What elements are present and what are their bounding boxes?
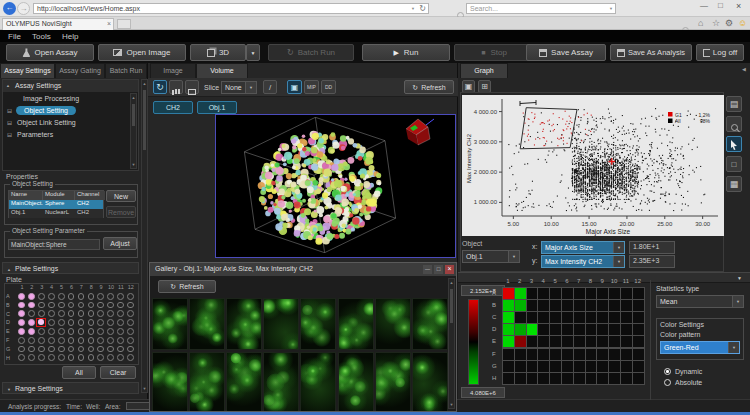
- plate-well[interactable]: [18, 328, 25, 335]
- plate-well[interactable]: [28, 354, 35, 361]
- plate-well[interactable]: [18, 293, 25, 300]
- feedback-smiley-icon[interactable]: ☺: [738, 18, 747, 28]
- save-as-analysis-button[interactable]: Save As Analysis: [610, 44, 692, 61]
- plate-clear-button[interactable]: Clear: [100, 366, 136, 379]
- plate-well[interactable]: [68, 293, 75, 300]
- graph-pointer-button[interactable]: [726, 136, 742, 152]
- col-header-module[interactable]: Module: [43, 191, 75, 200]
- gallery-thumbnail[interactable]: [412, 298, 448, 350]
- graph-zoom-button[interactable]: [726, 116, 742, 132]
- plate-settings-header[interactable]: ▲Plate Settings: [2, 262, 139, 274]
- forward-button[interactable]: →: [17, 2, 30, 15]
- statistics-type-dropdown[interactable]: Mean▼: [656, 295, 744, 308]
- graph-grid-gate-button[interactable]: ▦: [726, 176, 742, 192]
- panel-scroll-left-icon[interactable]: ◀: [742, 66, 746, 72]
- plate-well[interactable]: [18, 354, 25, 361]
- plate-well[interactable]: [58, 293, 65, 300]
- plate-well[interactable]: [97, 328, 104, 335]
- plate-well[interactable]: [88, 346, 95, 353]
- plate-well[interactable]: [78, 354, 85, 361]
- table-row[interactable]: Obj.1 NuclearL CH2: [9, 209, 103, 218]
- plate-well[interactable]: [58, 310, 65, 317]
- plate-well[interactable]: [58, 302, 65, 309]
- gallery-thumbnail[interactable]: [189, 352, 225, 412]
- tree-node-icon[interactable]: ⊟: [7, 131, 12, 138]
- gallery-thumbnails[interactable]: [152, 298, 448, 411]
- remove-object-button[interactable]: Remove: [106, 206, 136, 218]
- gallery-thumbnail[interactable]: [300, 352, 336, 412]
- parameter-value-field[interactable]: MainObject:Sphere: [8, 239, 100, 250]
- gallery-scrollbar[interactable]: ▲ ▼: [448, 278, 455, 409]
- tab-image[interactable]: Image: [150, 63, 196, 78]
- plate-well[interactable]: [127, 302, 134, 309]
- log-off-button[interactable]: Log off: [696, 44, 744, 61]
- range-settings-header[interactable]: ▼Range Settings: [2, 382, 139, 394]
- adjust-button[interactable]: Adjust: [103, 237, 137, 250]
- plate-map[interactable]: 123456789101112ABCDEFGH: [4, 283, 139, 365]
- plate-well[interactable]: [38, 337, 45, 344]
- plate-well[interactable]: [48, 302, 55, 309]
- plate-well[interactable]: [18, 346, 25, 353]
- plate-well[interactable]: [38, 293, 45, 300]
- absolute-radio[interactable]: [664, 379, 671, 386]
- plate-well[interactable]: [38, 302, 45, 309]
- address-bar[interactable]: http://localhost/Views/Home.aspx ▼ ↻: [33, 3, 429, 14]
- volume-3d-view[interactable]: [215, 114, 456, 258]
- pan-hand-tool-button[interactable]: [169, 80, 183, 94]
- plate-well[interactable]: [18, 310, 25, 317]
- menu-tools[interactable]: Tools: [32, 32, 51, 41]
- plate-well[interactable]: [88, 328, 95, 335]
- save-assay-button[interactable]: Save Assay: [526, 44, 606, 61]
- new-object-button[interactable]: New: [106, 190, 136, 202]
- plate-well[interactable]: [78, 346, 85, 353]
- plate-well[interactable]: [48, 328, 55, 335]
- plate-well[interactable]: [18, 337, 25, 344]
- plate-well[interactable]: [68, 337, 75, 344]
- gallery-thumbnail[interactable]: [152, 352, 188, 412]
- plate-well[interactable]: [38, 354, 45, 361]
- plate-well[interactable]: [88, 319, 95, 326]
- gallery-thumbnail[interactable]: [375, 352, 411, 412]
- plate-well[interactable]: [48, 337, 55, 344]
- home-icon[interactable]: ⌂: [698, 18, 703, 28]
- settings-gear-icon[interactable]: ⚙: [725, 18, 733, 28]
- slice-dropdown[interactable]: None▼: [221, 81, 257, 94]
- tree-item-object-link-setting[interactable]: Object Link Setting: [17, 119, 76, 126]
- plate-well[interactable]: [107, 328, 114, 335]
- scroll-down-icon[interactable]: ▼: [449, 402, 454, 407]
- plate-well[interactable]: [28, 346, 35, 353]
- plate-well[interactable]: [68, 319, 75, 326]
- gallery-titlebar[interactable]: Gallery - Obj.1: Major Axis Size, Max In…: [150, 263, 456, 276]
- plate-well[interactable]: [58, 328, 65, 335]
- plate-well[interactable]: [127, 354, 134, 361]
- plate-well[interactable]: [48, 346, 55, 353]
- gallery-maximize-button[interactable]: □: [434, 265, 443, 274]
- scroll-up-icon[interactable]: ▲: [142, 81, 147, 86]
- plate-well[interactable]: [78, 310, 85, 317]
- plate-well[interactable]: [127, 346, 134, 353]
- gallery-thumbnail[interactable]: [300, 298, 336, 350]
- gallery-thumbnail[interactable]: [375, 298, 411, 350]
- gallery-thumbnail[interactable]: [189, 298, 225, 350]
- new-tab-button[interactable]: [117, 19, 131, 29]
- plate-well[interactable]: [78, 328, 85, 335]
- scroll-thumb[interactable]: [132, 104, 135, 126]
- window-close-button[interactable]: ×: [736, 1, 741, 11]
- plate-well[interactable]: [88, 302, 95, 309]
- scroll-thumb[interactable]: [450, 289, 453, 323]
- menu-help[interactable]: Help: [62, 32, 78, 41]
- object-dropdown[interactable]: Obj.1▼: [462, 250, 520, 263]
- gallery-thumbnail[interactable]: [152, 298, 188, 350]
- menu-file[interactable]: File: [8, 32, 21, 41]
- plate-well[interactable]: [97, 354, 104, 361]
- tab-assay-settings[interactable]: Assay Settings: [0, 63, 55, 78]
- browser-tab[interactable]: OLYMPUS NoviSight ×: [2, 18, 114, 30]
- search-caret-icon[interactable]: ▼: [609, 6, 613, 11]
- window-minimize-button[interactable]: —: [700, 1, 708, 10]
- plate-well[interactable]: [58, 319, 65, 326]
- plate-well[interactable]: [28, 302, 35, 309]
- plate-well[interactable]: [78, 302, 85, 309]
- plate-well[interactable]: [97, 346, 104, 353]
- scroll-up-icon[interactable]: ▲: [131, 95, 136, 100]
- plate-well[interactable]: [48, 354, 55, 361]
